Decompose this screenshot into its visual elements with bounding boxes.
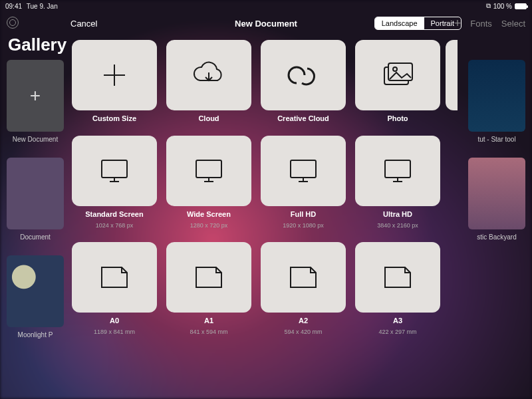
- preset-a2[interactable]: A2 594 x 420 mm: [261, 242, 346, 335]
- preset-cloud[interactable]: Cloud: [166, 40, 251, 122]
- preset-label: Wide Screen: [187, 210, 231, 218]
- preset-sub: 3840 x 2160 px: [377, 222, 418, 229]
- gallery-item[interactable]: Moonlight P: [7, 255, 64, 338]
- preset-row-screen: Standard Screen 1024 x 768 px Wide Scree…: [66, 136, 466, 229]
- main-toolbar: + Fonts Select: [0, 12, 532, 35]
- svg-rect-15: [385, 160, 410, 178]
- thumbnail: [468, 60, 525, 132]
- monitor-icon: [287, 156, 320, 186]
- gallery-item-new[interactable]: + New Document: [7, 60, 64, 143]
- preset-label: A2: [299, 317, 308, 325]
- gallery-item-label: tut - Star tool: [477, 136, 515, 143]
- gear-icon[interactable]: [7, 17, 19, 29]
- preset-sub: 422 x 297 mm: [378, 329, 416, 335]
- monitor-icon: [381, 156, 414, 186]
- preset-a0[interactable]: A0 1189 x 841 mm: [72, 242, 157, 335]
- plus-icon: +: [7, 60, 64, 132]
- preset-label: Cloud: [198, 114, 219, 122]
- preset-sub: 1024 x 768 px: [96, 222, 134, 229]
- page-icon: [382, 265, 413, 290]
- preset-full-hd[interactable]: Full HD 1920 x 1080 px: [261, 136, 346, 229]
- preset-ultra-hd[interactable]: Ultra HD 3840 x 2160 px: [355, 136, 440, 229]
- status-bar: 09:41 Tue 9. Jan ⧉ 100 %: [0, 0, 532, 12]
- gallery-item[interactable]: Document: [7, 158, 64, 241]
- photo-icon: [380, 61, 415, 90]
- preset-label: Creative Cloud: [277, 114, 329, 122]
- preset-sub: 841 x 594 mm: [190, 329, 227, 335]
- page-icon: [288, 265, 319, 290]
- page-icon: [194, 265, 224, 290]
- new-document-modal: Cancel New Document Landscape Portrait C…: [66, 12, 466, 399]
- preset-partial[interactable]: [446, 40, 458, 110]
- select-button[interactable]: Select: [501, 19, 525, 29]
- preset-wide-screen[interactable]: Wide Screen 1280 x 720 px: [166, 136, 251, 229]
- preset-custom-size[interactable]: Custom Size: [72, 40, 157, 122]
- preset-label: Custom Size: [92, 114, 136, 122]
- preset-label: A3: [393, 317, 402, 325]
- preset-sub: 594 x 420 mm: [284, 329, 322, 335]
- fonts-button[interactable]: Fonts: [470, 19, 492, 29]
- thumbnail: [7, 158, 64, 229]
- preset-label: Photo: [387, 114, 408, 122]
- preset-a3[interactable]: A3 422 x 297 mm: [355, 242, 440, 335]
- thumbnail: [468, 158, 525, 229]
- preset-label: Full HD: [291, 210, 317, 218]
- monitor-icon: [98, 156, 131, 186]
- page-icon: [99, 265, 130, 290]
- svg-rect-6: [102, 160, 127, 178]
- plus-icon: [100, 61, 129, 90]
- gallery-item[interactable]: tut - Star tool: [468, 60, 525, 143]
- cloud-icon: [191, 61, 227, 90]
- status-date: Tue 9. Jan: [27, 3, 58, 10]
- preset-creative-cloud[interactable]: Creative Cloud: [261, 40, 346, 122]
- preset-sub: 1280 x 720 px: [190, 222, 228, 229]
- svg-rect-12: [291, 160, 316, 178]
- preset-label: Standard Screen: [85, 210, 143, 218]
- creative-cloud-icon: [285, 62, 322, 88]
- gallery-item-label: stic Backyard: [477, 233, 516, 241]
- svg-rect-4: [388, 63, 412, 80]
- preset-row-source: Custom Size Cloud Creative Cloud Photo: [66, 40, 466, 122]
- battery-icon: [515, 3, 527, 9]
- monitor-icon: [192, 156, 225, 186]
- preset-row-paper: A0 1189 x 841 mm A1 841 x 594 mm A2 594 …: [66, 242, 466, 335]
- preset-standard-screen[interactable]: Standard Screen 1024 x 768 px: [72, 136, 157, 229]
- status-time: 09:41: [5, 3, 22, 10]
- preset-sub: 1189 x 841 mm: [94, 329, 135, 335]
- preset-photo[interactable]: Photo: [355, 40, 440, 122]
- mirror-icon: ⧉: [486, 2, 491, 10]
- gallery-item-label: Moonlight P: [18, 331, 53, 338]
- preset-sub: 1920 x 1080 px: [283, 222, 324, 229]
- gallery-item-label: New Document: [13, 136, 58, 143]
- thumbnail: [7, 255, 64, 327]
- add-button[interactable]: +: [454, 17, 462, 31]
- svg-rect-9: [196, 160, 221, 178]
- gallery-item[interactable]: stic Backyard: [468, 158, 525, 241]
- preset-label: Ultra HD: [383, 210, 412, 218]
- preset-a1[interactable]: A1 841 x 594 mm: [166, 242, 251, 335]
- gallery-item-label: Document: [20, 233, 51, 241]
- battery-percent: 100 %: [493, 3, 512, 10]
- preset-label: A1: [204, 317, 213, 325]
- preset-label: A0: [110, 317, 119, 325]
- page-title: Gallery: [8, 35, 66, 55]
